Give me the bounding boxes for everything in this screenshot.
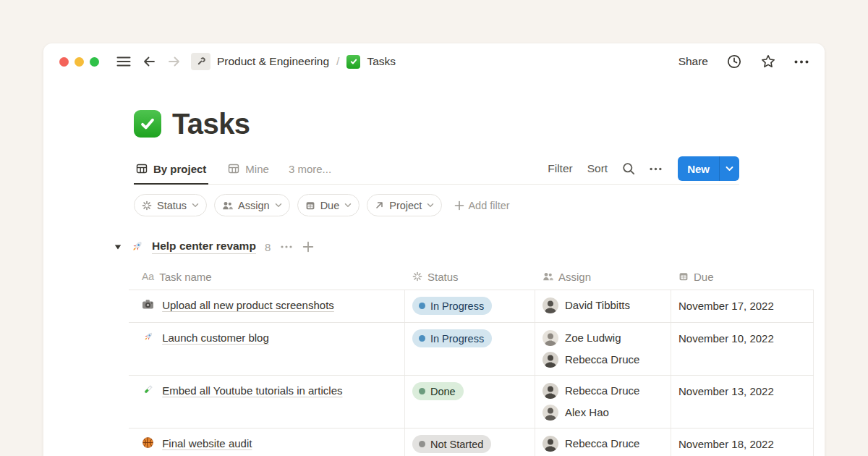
group-name[interactable]: Help center revamp: [152, 240, 256, 254]
assignee-name: Zoe Ludwig: [565, 330, 621, 346]
table-icon: [228, 163, 239, 174]
people-icon: [222, 200, 233, 211]
tab-mine[interactable]: Mine: [226, 157, 271, 184]
assignee-name: David Tibbitts: [565, 297, 630, 313]
people-icon: [542, 271, 553, 282]
status-dot: [419, 388, 425, 394]
zoom-window-button[interactable]: [90, 57, 99, 67]
assign-cell[interactable]: Zoe Ludwig Rebecca Druce: [535, 323, 671, 375]
task-name-cell[interactable]: Upload all new product screenshots: [129, 290, 405, 322]
task-name-cell[interactable]: Final website audit: [129, 428, 405, 456]
status-cell[interactable]: Not Started: [405, 428, 535, 456]
breadcrumb-page[interactable]: Tasks: [367, 55, 396, 68]
filter-chip-label: Project: [389, 200, 422, 211]
table-icon: [136, 163, 148, 174]
task-table: Aa Task name Status Assign: [129, 263, 814, 456]
arrow-left-icon[interactable]: [142, 54, 156, 69]
assignee: Alex Hao: [542, 405, 665, 421]
plus-icon: [454, 200, 464, 211]
sort-button[interactable]: Sort: [587, 162, 608, 175]
column-header-due[interactable]: Due: [671, 271, 814, 283]
rocket-emoji-icon: [129, 240, 144, 254]
table-row: Upload all new product screenshots In Pr…: [129, 290, 814, 323]
arrow-right-icon[interactable]: [167, 54, 182, 69]
notion-window: Product & Engineering / Tasks Share: [43, 43, 825, 456]
due-date-continued: → November 20, 2022: [678, 453, 807, 456]
task-name-cell[interactable]: Launch customer blog: [129, 323, 405, 375]
chevron-down-icon: [344, 203, 352, 208]
page-title: Tasks: [172, 108, 250, 140]
avatar: [542, 383, 558, 399]
more-icon[interactable]: [794, 60, 809, 64]
plus-icon[interactable]: [302, 241, 314, 253]
traffic-lights: [59, 57, 99, 67]
triangle-down-icon[interactable]: [114, 244, 122, 250]
task-title[interactable]: Launch customer blog: [162, 332, 269, 344]
avatar: [542, 297, 558, 313]
filter-chip-label: Status: [157, 200, 187, 211]
camera-emoji-icon: [142, 298, 154, 311]
test-tube-emoji-icon: [142, 384, 154, 396]
filter-chip-status[interactable]: Status: [134, 194, 207, 216]
group-count: 8: [265, 241, 271, 253]
due-cell[interactable]: November 10, 2022: [671, 323, 814, 375]
more-icon[interactable]: [281, 245, 292, 248]
column-header-task-name[interactable]: Aa Task name: [129, 271, 405, 283]
filter-button[interactable]: Filter: [548, 162, 572, 175]
arrow-up-right-icon: [375, 200, 384, 210]
due-cell[interactable]: November 18, 2022 → November 20, 2022: [671, 428, 814, 456]
more-icon[interactable]: [650, 167, 662, 171]
clock-icon[interactable]: [726, 54, 742, 69]
table-row: Final website audit Not Started Rebecca …: [129, 428, 814, 456]
new-dropdown-button[interactable]: [719, 156, 739, 181]
check-mark-emoji-icon: [346, 55, 360, 69]
filter-chip-project[interactable]: Project: [367, 194, 442, 216]
assign-cell[interactable]: David Tibbitts: [535, 290, 671, 322]
new-button[interactable]: New: [678, 156, 719, 181]
column-header-status[interactable]: Status: [405, 271, 535, 283]
page-title-check-emoji[interactable]: [134, 110, 161, 138]
filter-chip-assign[interactable]: Assign: [214, 194, 290, 216]
status-dot: [419, 303, 425, 309]
assign-cell[interactable]: Rebecca Druce Alex Hao: [535, 376, 671, 428]
wrench-icon[interactable]: [191, 53, 210, 70]
chevron-down-icon: [192, 203, 199, 208]
status-badge: Not Started: [412, 435, 491, 453]
add-filter-button[interactable]: Add filter: [454, 200, 509, 211]
close-window-button[interactable]: [59, 57, 69, 67]
status-cell[interactable]: Done: [405, 376, 535, 428]
assign-cell[interactable]: Rebecca Druce: [535, 428, 671, 456]
tab-label: By project: [153, 163, 206, 175]
due-cell[interactable]: November 17, 2022: [671, 290, 814, 322]
minimize-window-button[interactable]: [75, 57, 84, 67]
due-date: November 10, 2022: [678, 332, 774, 345]
task-title[interactable]: Upload all new product screenshots: [162, 299, 334, 311]
search-icon[interactable]: [622, 162, 635, 175]
due-date: November 17, 2022: [678, 300, 774, 312]
star-icon[interactable]: [760, 54, 776, 69]
text-type-icon: Aa: [142, 271, 154, 282]
filter-chip-due[interactable]: Due: [297, 194, 360, 216]
assignee: Rebecca Druce: [542, 383, 665, 399]
view-tabs-bar: By project Mine 3 more... Filter Sort: [134, 156, 739, 185]
assignee-name: Rebecca Druce: [565, 383, 639, 399]
assignee-name: Rebecca Druce: [565, 436, 639, 452]
more-views-button[interactable]: 3 more...: [289, 163, 331, 178]
tab-by-project[interactable]: By project: [134, 157, 208, 184]
hamburger-icon[interactable]: [116, 56, 131, 67]
status-cell[interactable]: In Progress: [405, 323, 535, 375]
status-badge: In Progress: [412, 329, 492, 347]
table-row: Embed all Youtube tutorials in articles …: [129, 376, 814, 428]
status-cell[interactable]: In Progress: [405, 290, 535, 322]
task-title[interactable]: Final website audit: [162, 437, 252, 449]
due-cell[interactable]: November 13, 2022: [671, 376, 814, 428]
status-badge: In Progress: [412, 297, 492, 315]
new-button-group: New: [678, 156, 739, 181]
task-name-cell[interactable]: Embed all Youtube tutorials in articles: [129, 376, 405, 428]
task-title[interactable]: Embed all Youtube tutorials in articles: [162, 384, 342, 397]
breadcrumb-workspace[interactable]: Product & Engineering: [217, 55, 329, 68]
breadcrumb: Product & Engineering / Tasks: [191, 53, 396, 70]
share-button[interactable]: Share: [678, 55, 708, 68]
column-header-assign[interactable]: Assign: [535, 271, 671, 283]
assignee: Rebecca Druce: [542, 352, 665, 368]
